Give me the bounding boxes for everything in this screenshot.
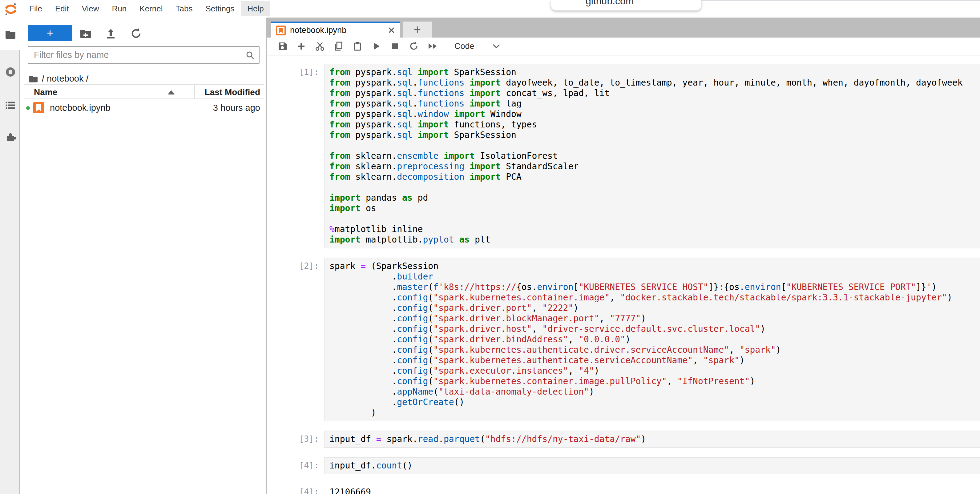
execution-count: [4]: — [267, 483, 324, 494]
left-activity-bar — [0, 17, 21, 494]
extensions-icon[interactable] — [5, 132, 16, 143]
jupyter-logo-icon — [4, 2, 18, 16]
root-folder-icon[interactable] — [28, 74, 38, 84]
run-cell-icon[interactable] — [371, 41, 381, 51]
breadcrumb[interactable]: / notebook / — [28, 73, 89, 84]
menu-item-edit[interactable]: Edit — [49, 1, 75, 16]
chevron-down-icon[interactable] — [492, 44, 500, 49]
file-filter-box — [28, 46, 259, 64]
file-name: notebook.ipynb — [50, 103, 111, 113]
menu-bar: File Edit View Run Kernel Tabs Settings … — [0, 0, 980, 17]
code-cell: [1]:from pyspark.sql import SparkSession… — [267, 64, 980, 248]
code-cell: [2]:spark = (SparkSession .builder .mast… — [267, 257, 980, 421]
execution-count: [4]: — [267, 457, 324, 474]
breadcrumb-path: / notebook / — [42, 73, 89, 84]
close-tab-icon[interactable]: ✕ — [388, 25, 395, 36]
execution-count: [3]: — [267, 430, 324, 448]
stop-kernel-icon[interactable] — [390, 41, 400, 51]
file-browser-icon[interactable] — [5, 29, 16, 40]
save-icon[interactable] — [277, 41, 287, 51]
execution-count: [1]: — [267, 64, 324, 248]
search-icon — [245, 51, 255, 60]
menu-item-kernel[interactable]: Kernel — [133, 1, 169, 16]
tab-title: notebook.ipynb — [290, 25, 346, 35]
notebook-tab-icon — [276, 25, 286, 35]
cell-editor[interactable]: input_df.count() — [324, 457, 980, 474]
plus-icon: + — [414, 23, 421, 37]
plus-icon: + — [47, 27, 53, 40]
activity-bar-background — [0, 50, 20, 494]
column-header-name[interactable]: Name — [34, 87, 57, 97]
notebook-cells: [1]:from pyspark.sql import SparkSession… — [267, 56, 980, 494]
file-modified: 3 hours ago — [213, 103, 260, 113]
add-cell-icon[interactable] — [296, 41, 306, 51]
file-row-notebook[interactable]: notebook.ipynb 3 hours ago — [24, 100, 264, 116]
cell-editor[interactable]: from pyspark.sql import SparkSessionfrom… — [324, 64, 980, 248]
cut-cells-icon[interactable] — [315, 41, 325, 51]
running-kernels-icon[interactable] — [5, 66, 16, 78]
cell-output-area: 12106669 — [324, 483, 980, 494]
paste-cells-icon[interactable] — [353, 41, 363, 51]
tab-bar: notebook.ipynb ✕ + — [267, 17, 980, 38]
menu-item-help[interactable]: Help — [241, 1, 270, 16]
cell-editor[interactable]: spark = (SparkSession .builder .master(f… — [324, 257, 980, 421]
cell-editor[interactable]: input_df = spark.read.parquet("hdfs://hd… — [324, 430, 980, 448]
file-list-header: Name Last Modified — [24, 84, 264, 99]
popup-site-label: github.com — [585, 0, 701, 7]
menu-item-file[interactable]: File — [23, 1, 49, 16]
main-dock-panel: notebook.ipynb ✕ + — [267, 17, 980, 494]
menu-item-view[interactable]: View — [75, 1, 106, 16]
file-browser-panel: + — [21, 17, 267, 494]
restart-kernel-icon[interactable] — [409, 41, 419, 51]
sort-ascending-icon — [168, 90, 175, 94]
new-tab-button[interactable]: + — [403, 22, 432, 38]
restart-run-all-icon[interactable] — [428, 41, 438, 51]
code-cell: [4]:input_df.count() — [267, 457, 980, 474]
new-folder-icon[interactable] — [79, 27, 92, 40]
menu-item-run[interactable]: Run — [106, 1, 133, 16]
code-cell: [3]:input_df = spark.read.parquet("hdfs:… — [267, 430, 980, 448]
file-filter-input[interactable] — [33, 48, 243, 62]
jupyterlab-window: File Edit View Run Kernel Tabs Settings … — [0, 0, 980, 494]
output-cell: [4]:12106669 — [267, 483, 980, 494]
column-divider — [194, 85, 195, 98]
tab-notebook[interactable]: notebook.ipynb ✕ — [271, 22, 400, 38]
menu-item-settings[interactable]: Settings — [199, 1, 241, 16]
column-header-modified[interactable]: Last Modified — [205, 87, 260, 97]
execution-count: [2]: — [267, 257, 324, 421]
copy-cells-icon[interactable] — [334, 41, 344, 51]
notebook-toolbar: Code — [267, 38, 980, 56]
top-border — [701, 0, 980, 1]
notebook-file-icon — [32, 101, 45, 114]
kernel-running-dot — [26, 106, 30, 110]
menu-item-tabs[interactable]: Tabs — [169, 1, 199, 16]
new-launcher-button[interactable]: + — [28, 25, 72, 41]
upload-icon[interactable] — [104, 27, 117, 40]
browser-popup: github.com — [551, 0, 701, 11]
table-of-contents-icon[interactable] — [5, 99, 16, 111]
cell-type-dropdown[interactable]: Code — [455, 41, 474, 51]
refresh-icon[interactable] — [130, 27, 143, 40]
